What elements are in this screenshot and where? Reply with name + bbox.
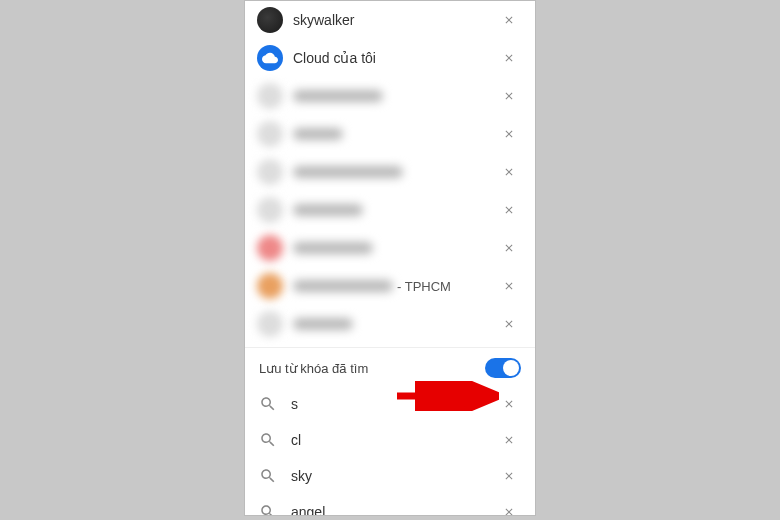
contact-row[interactable] <box>245 153 535 191</box>
contact-name: skywalker <box>293 12 499 28</box>
avatar <box>257 7 283 33</box>
close-icon[interactable] <box>499 276 519 296</box>
contact-row[interactable] <box>245 115 535 153</box>
contact-name-redacted <box>293 166 403 178</box>
contact-name-redacted <box>293 280 393 292</box>
search-icon <box>259 395 277 413</box>
search-icon <box>259 467 277 485</box>
close-icon[interactable] <box>499 86 519 106</box>
avatar <box>257 159 283 185</box>
avatar <box>257 83 283 109</box>
save-keywords-toggle[interactable] <box>485 358 521 378</box>
close-icon[interactable] <box>499 394 519 414</box>
search-history-row[interactable]: sky <box>245 458 535 494</box>
contact-name-redacted <box>293 204 363 216</box>
contact-name: Cloud của tôi <box>293 50 499 66</box>
close-icon[interactable] <box>499 200 519 220</box>
close-icon[interactable] <box>499 314 519 334</box>
search-query: angel <box>291 504 499 516</box>
contact-row[interactable] <box>245 229 535 267</box>
contact-name-redacted <box>293 90 383 102</box>
save-keywords-label: Lưu từ khóa đã tìm <box>259 361 368 376</box>
avatar <box>257 121 283 147</box>
close-icon[interactable] <box>499 162 519 182</box>
avatar <box>257 235 283 261</box>
close-icon[interactable] <box>499 466 519 486</box>
search-history-row[interactable]: s <box>245 386 535 422</box>
search-query: sky <box>291 468 499 484</box>
contact-row[interactable]: skywalker <box>245 1 535 39</box>
close-icon[interactable] <box>499 238 519 258</box>
contact-row[interactable] <box>245 191 535 229</box>
search-history-row[interactable]: cl <box>245 422 535 458</box>
search-icon <box>259 503 277 516</box>
cloud-icon <box>257 45 283 71</box>
search-history-row[interactable]: angel <box>245 494 535 516</box>
contact-row[interactable] <box>245 77 535 115</box>
close-icon[interactable] <box>499 48 519 68</box>
close-icon[interactable] <box>499 124 519 144</box>
contact-row[interactable] <box>245 305 535 343</box>
contact-name-redacted <box>293 128 343 140</box>
contact-name-redacted <box>293 318 353 330</box>
search-query: s <box>291 396 499 412</box>
contact-row[interactable]: Cloud của tôi <box>245 39 535 77</box>
contact-row[interactable]: - TPHCM <box>245 267 535 305</box>
save-keywords-row: Lưu từ khóa đã tìm <box>245 347 535 386</box>
contact-suffix: - TPHCM <box>397 279 451 294</box>
avatar <box>257 197 283 223</box>
close-icon[interactable] <box>499 502 519 516</box>
avatar <box>257 273 283 299</box>
app-frame: skywalker Cloud của tôi <box>244 0 536 516</box>
avatar <box>257 311 283 337</box>
contact-name-redacted <box>293 242 373 254</box>
search-query: cl <box>291 432 499 448</box>
search-icon <box>259 431 277 449</box>
close-icon[interactable] <box>499 430 519 450</box>
close-icon[interactable] <box>499 10 519 30</box>
